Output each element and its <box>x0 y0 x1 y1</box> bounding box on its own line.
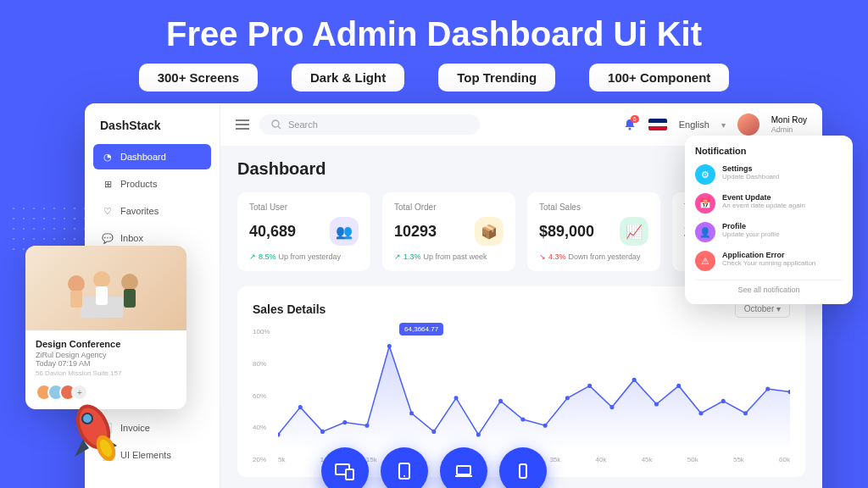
rocket-decoration <box>59 393 136 469</box>
y-tick: 60% <box>253 392 270 400</box>
chart-plot: 64,3664.77 <box>278 328 790 450</box>
users-icon: 👥 <box>330 217 359 246</box>
svg-point-10 <box>454 396 459 400</box>
search-input[interactable]: Search <box>259 114 480 135</box>
trend-arrow-icon: ↘ <box>539 252 546 261</box>
search-icon <box>271 119 281 130</box>
chevron-down-icon[interactable]: ▾ <box>721 120 726 130</box>
menu-toggle-icon[interactable] <box>236 119 249 130</box>
notification-icon: ⚙ <box>695 164 715 185</box>
svg-rect-28 <box>70 291 82 308</box>
svg-point-21 <box>698 411 703 415</box>
x-tick: 40k <box>596 456 607 463</box>
sidebar-item-favorites[interactable]: ♡Favorites <box>93 198 211 224</box>
see-all-notifications[interactable]: See all notification <box>695 280 843 294</box>
svg-rect-38 <box>520 464 526 478</box>
notification-subtitle: Check Your running application <box>722 259 815 267</box>
user-avatar[interactable] <box>737 114 760 136</box>
notification-item-event-update[interactable]: 📅 Event Update An event date update agai… <box>695 193 843 214</box>
svg-point-20 <box>676 384 681 388</box>
svg-point-23 <box>743 411 748 415</box>
grid-icon: ⊞ <box>102 178 114 190</box>
svg-point-42 <box>83 414 92 423</box>
notification-icon: 📅 <box>695 193 715 214</box>
y-tick: 20% <box>253 456 270 463</box>
svg-rect-34 <box>346 469 353 480</box>
conference-address: 56 Davion Mission Suite 157 <box>36 369 176 377</box>
svg-point-7 <box>387 344 392 348</box>
y-tick: 80% <box>253 360 270 368</box>
x-tick: 5k <box>278 456 285 463</box>
stat-value: 10293 <box>394 223 437 241</box>
notification-badge: 6 <box>631 115 639 123</box>
conference-agency: ZiRul Design Agency <box>36 351 176 359</box>
svg-point-13 <box>520 417 525 421</box>
sidebar-item-products[interactable]: ⊞Products <box>93 171 211 197</box>
notification-icon: 👤 <box>695 222 715 242</box>
svg-point-5 <box>342 420 347 424</box>
conference-time: Today 07:19 AM <box>36 359 176 368</box>
svg-rect-30 <box>96 286 108 305</box>
svg-point-24 <box>765 386 770 391</box>
user-role: Admin <box>771 125 807 135</box>
notification-title: Profile <box>722 222 780 230</box>
svg-point-1 <box>628 128 631 130</box>
responsive-icon[interactable] <box>321 447 369 488</box>
notification-item-application-error[interactable]: ⚠ Application Error Check Your running a… <box>695 251 843 271</box>
notification-item-settings[interactable]: ⚙ Settings Update Dashboard <box>695 164 843 185</box>
svg-point-17 <box>609 405 614 409</box>
feature-pills: 300+ Screens Dark & Light Top Trending 1… <box>0 64 868 92</box>
sidebar-item-label: Dashboard <box>120 152 166 162</box>
svg-point-6 <box>365 424 370 428</box>
user-name: Moni Roy <box>771 115 807 125</box>
brand-logo[interactable]: DashStack <box>93 115 211 144</box>
stat-card-total-order: Total Order 10293 📦 ↗1.3% Up from past w… <box>382 192 515 271</box>
trend-arrow-icon: ↗ <box>249 252 256 261</box>
svg-point-12 <box>498 399 503 403</box>
notification-title: Application Error <box>722 251 815 259</box>
svg-point-22 <box>721 399 726 403</box>
y-tick: 40% <box>253 424 270 431</box>
notification-item-profile[interactable]: 👤 Profile Update your profile <box>695 222 843 242</box>
notification-icon: ⚠ <box>695 251 715 271</box>
box-icon: 📦 <box>475 217 504 246</box>
device-icons-row <box>321 447 547 488</box>
stat-value: 40,689 <box>249 223 296 241</box>
notification-bell[interactable]: 6 <box>623 118 637 131</box>
heart-icon: ♡ <box>102 205 114 217</box>
x-tick: 35k <box>549 456 560 463</box>
pill-trending: Top Trending <box>438 64 555 92</box>
phone-icon[interactable] <box>499 447 547 488</box>
stat-label: Total Sales <box>539 202 648 212</box>
tablet-icon[interactable] <box>381 447 428 488</box>
notification-panel-title: Notification <box>695 146 843 156</box>
svg-point-27 <box>68 275 85 292</box>
notification-subtitle: An event date update again <box>722 202 805 209</box>
notification-subtitle: Update Dashboard <box>722 173 779 180</box>
x-tick: 55k <box>733 456 744 463</box>
stat-label: Total User <box>249 202 359 212</box>
stat-trend: ↗1.3% Up from past week <box>394 252 504 261</box>
language-flag-icon[interactable] <box>648 119 667 130</box>
stat-value: $89,000 <box>539 223 594 241</box>
notification-title: Event Update <box>722 193 805 202</box>
sidebar-item-dashboard[interactable]: ◔Dashboard <box>93 144 211 169</box>
stat-label: Total Order <box>394 202 504 212</box>
notification-title: Settings <box>722 164 779 173</box>
hero-title: Free Pro Admin Dashboard Ui Kit <box>0 0 868 64</box>
user-info[interactable]: Moni Roy Admin <box>771 115 807 135</box>
pill-components: 100+ Component <box>589 64 729 92</box>
y-tick: 100% <box>253 328 270 336</box>
x-tick: 60k <box>779 456 790 463</box>
svg-rect-37 <box>457 466 470 474</box>
pill-screens: 300+ Screens <box>139 64 258 92</box>
conference-card[interactable]: Design Conference ZiRul Design Agency To… <box>25 246 186 409</box>
speedometer-icon: ◔ <box>102 151 114 163</box>
conference-image <box>25 246 186 330</box>
svg-point-11 <box>476 432 481 436</box>
language-label[interactable]: English <box>679 119 709 130</box>
svg-point-14 <box>543 424 548 428</box>
sidebar-item-label: Favorites <box>120 206 159 216</box>
laptop-icon[interactable] <box>440 447 487 488</box>
sidebar-item-label: Products <box>120 179 157 189</box>
